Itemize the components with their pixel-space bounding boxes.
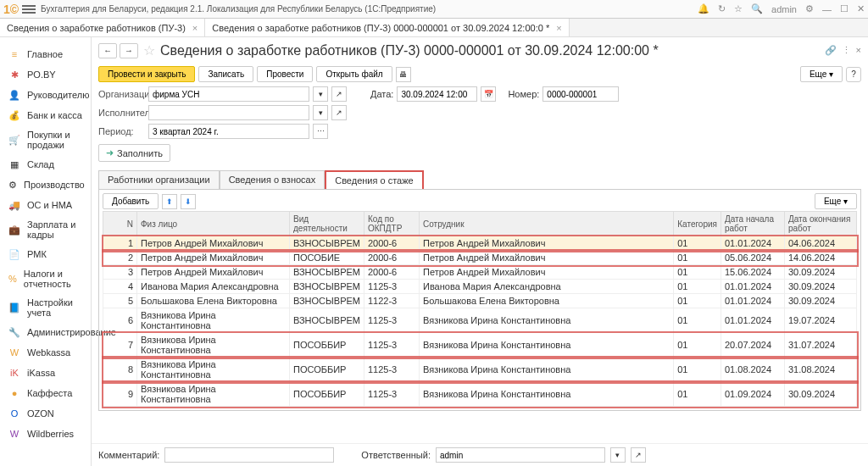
more-button[interactable]: Еще ▾ xyxy=(800,66,843,82)
sidebar-label: РМК xyxy=(27,249,47,259)
star-icon[interactable]: ☆ xyxy=(734,3,743,14)
col-n[interactable]: N xyxy=(103,212,137,236)
open-file-button[interactable]: Открыть файл xyxy=(316,66,392,82)
sidebar-label: PO.BY xyxy=(27,69,56,80)
link-icon[interactable]: 🔗 xyxy=(825,45,837,56)
sidebar-item[interactable]: 🛒Покупки и продажи xyxy=(0,125,91,154)
sidebar-item[interactable]: OOZON xyxy=(0,403,91,424)
move-down-button[interactable]: ⬇ xyxy=(181,194,196,209)
sidebar-item[interactable]: ✱PO.BY xyxy=(0,64,91,85)
period-select-icon[interactable]: ⋯ xyxy=(313,124,328,139)
sidebar-item[interactable]: ⚙Производство xyxy=(0,175,91,195)
sidebar-item[interactable]: %Налоги и отчетность xyxy=(0,264,91,293)
sidebar-item[interactable]: ●Каффеста xyxy=(0,383,91,403)
sidebar-icon: ▦ xyxy=(8,158,20,170)
sidebar-item[interactable]: WWebkassa xyxy=(0,342,91,363)
col-dstart[interactable]: Дата начала работ xyxy=(721,212,785,236)
col-vid[interactable]: Вид деятельности xyxy=(290,212,364,236)
col-fiz[interactable]: Физ лицо xyxy=(137,212,290,236)
sidebar-label: ОС и НМА xyxy=(27,200,72,210)
print-icon[interactable]: 🖶 xyxy=(396,67,411,82)
table-more-button[interactable]: Еще ▾ xyxy=(815,193,857,209)
table-row[interactable]: 5Большакова Елена ВикторовнаВЗНОСЫВРЕМ11… xyxy=(103,294,857,308)
document-tab-1[interactable]: Сведения о заработке работников (ПУ-3)× xyxy=(0,19,205,36)
number-input[interactable] xyxy=(542,86,619,102)
period-input[interactable] xyxy=(148,124,309,139)
help-button[interactable]: ? xyxy=(846,67,861,82)
sidebar-item[interactable]: 💼Зарплата и кадры xyxy=(0,215,91,244)
table-row[interactable]: 7Вязникова Ирина КонстантиновнаПОСОББИР1… xyxy=(103,333,857,358)
post-and-close-button[interactable]: Провести и закрыть xyxy=(98,66,195,82)
sidebar-item[interactable]: ▦Склад xyxy=(0,154,91,175)
sidebar-item[interactable]: iKiKassa xyxy=(0,363,91,383)
more-icon[interactable]: ⋮ xyxy=(842,45,851,56)
settings-icon[interactable]: ⚙ xyxy=(805,3,814,14)
sidebar-item[interactable]: 💰Банк и касса xyxy=(0,105,91,125)
table-row[interactable]: 6Вязникова Ирина КонстантиновнаВЗНОСЫВРЕ… xyxy=(103,308,857,333)
tab-contributions[interactable]: Сведения о взносах xyxy=(220,170,326,189)
bell-icon[interactable]: 🔔 xyxy=(698,3,709,14)
user-name[interactable]: admin xyxy=(771,4,797,14)
search-icon[interactable]: 🔍 xyxy=(751,3,763,14)
table-row[interactable]: 4Иванова Мария АлександровнаВЗНОСЫВРЕМ11… xyxy=(103,280,857,294)
col-kat[interactable]: Категория xyxy=(674,212,721,236)
sidebar-item[interactable]: WWildberries xyxy=(0,424,91,444)
sidebar-item[interactable]: 👤Руководителю xyxy=(0,85,91,105)
post-button[interactable]: Провести xyxy=(257,66,313,82)
sidebar-label: Производство xyxy=(24,180,85,190)
exec-input[interactable] xyxy=(148,105,309,120)
responsible-label: Ответственный: xyxy=(361,450,431,460)
calendar-icon[interactable]: 📅 xyxy=(481,86,496,102)
sidebar-label: Каффеста xyxy=(27,388,72,398)
sidebar-item[interactable]: 🚚ОС и НМА xyxy=(0,195,91,215)
col-sotr[interactable]: Сотрудник xyxy=(419,212,673,236)
open-ref-icon[interactable]: ↗ xyxy=(331,105,347,120)
close-icon[interactable]: ✕ xyxy=(857,3,865,14)
sidebar-item[interactable]: 📄РМК xyxy=(0,244,91,264)
open-ref-icon[interactable]: ↗ xyxy=(331,86,347,102)
minimize-icon[interactable]: — xyxy=(822,4,832,14)
table-row[interactable]: 3Петров Андрей МихайловичВЗНОСЫВРЕМ2000-… xyxy=(103,265,857,280)
favorite-icon[interactable]: ☆ xyxy=(143,42,155,58)
period-label: Период: xyxy=(98,126,145,136)
table-row[interactable]: 2Петров Андрей МихайловичПОСОБИЕ2000-6Пе… xyxy=(103,251,857,265)
nav-back-button[interactable]: ← xyxy=(98,43,117,58)
add-button[interactable]: Добавить xyxy=(103,193,159,209)
org-input[interactable] xyxy=(148,86,309,102)
fill-button[interactable]: ➜ Заполнить xyxy=(98,144,170,162)
responsible-input[interactable] xyxy=(436,447,605,463)
dropdown-icon[interactable]: ▾ xyxy=(313,86,328,102)
sidebar-label: Банк и касса xyxy=(27,110,82,120)
history-icon[interactable]: ↻ xyxy=(718,3,726,14)
sidebar-label: Зарплата и кадры xyxy=(27,219,82,240)
dropdown-icon[interactable]: ▾ xyxy=(610,447,626,463)
sidebar-icon: 💼 xyxy=(8,224,20,236)
tab-experience[interactable]: Сведения о стаже xyxy=(325,170,424,190)
close-tab-icon[interactable]: × xyxy=(192,23,198,33)
close-doc-icon[interactable]: × xyxy=(856,45,861,56)
sidebar-item[interactable]: ≡Главное xyxy=(0,44,91,64)
save-button[interactable]: Записать xyxy=(198,66,253,82)
dropdown-icon[interactable]: ▾ xyxy=(313,105,328,120)
table-row[interactable]: 1Петров Андрей МихайловичВЗНОСЫВРЕМ2000-… xyxy=(103,236,857,251)
move-up-button[interactable]: ⬆ xyxy=(162,194,177,209)
sidebar-item[interactable]: 📘Настройки учета xyxy=(0,293,91,322)
menu-icon[interactable] xyxy=(22,5,36,14)
tab-workers[interactable]: Работники организации xyxy=(98,170,220,189)
sidebar-icon: ≡ xyxy=(8,48,20,60)
comment-input[interactable] xyxy=(164,447,334,463)
col-okp[interactable]: Код по ОКПДТР xyxy=(364,212,419,236)
date-input[interactable] xyxy=(397,86,477,102)
nav-forward-button[interactable]: → xyxy=(120,43,138,58)
open-ref-icon[interactable]: ↗ xyxy=(631,447,646,463)
maximize-icon[interactable]: ☐ xyxy=(840,3,849,14)
sidebar-item[interactable]: 🔧Администрирование xyxy=(0,322,91,342)
document-tab-2[interactable]: Сведения о заработке работников (ПУ-3) 0… xyxy=(205,19,569,36)
table-row[interactable]: 8Вязникова Ирина КонстантиновнаПОСОББИР1… xyxy=(103,358,857,382)
org-label: Организация: xyxy=(98,89,145,99)
sidebar-label: Wildberries xyxy=(27,429,74,439)
close-tab-icon[interactable]: × xyxy=(556,23,561,33)
navigation-sidebar: ≡Главное✱PO.BY👤Руководителю💰Банк и касса… xyxy=(0,37,92,466)
col-dend[interactable]: Дата окончания работ xyxy=(785,212,857,236)
table-row[interactable]: 9Вязникова Ирина КонстантиновнаПОСОББИР1… xyxy=(103,382,857,407)
